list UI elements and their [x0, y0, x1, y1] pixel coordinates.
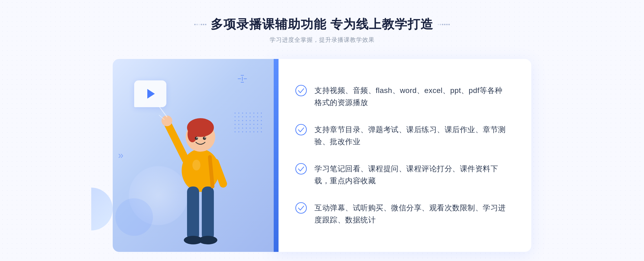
play-triangle-icon	[147, 89, 155, 99]
main-title: 多项录播课辅助功能 专为线上教学打造	[211, 16, 434, 33]
svg-line-17	[159, 106, 167, 117]
header-section: 多项录播课辅助功能 专为线上教学打造 学习进度全掌握，提升录播课教学效果	[194, 16, 450, 44]
svg-point-15	[204, 137, 206, 138]
feature-item-4: 互动弹幕、试听购买、微信分享、观看次数限制、学习进度跟踪、数据统计	[295, 197, 510, 232]
page-container: 多项录播课辅助功能 专为线上教学打造 学习进度全掌握，提升录播课教学效果	[0, 0, 644, 261]
svg-point-13	[203, 137, 206, 140]
check-icon-3	[295, 163, 307, 175]
check-icon-4	[295, 202, 307, 214]
feature-item-1: 支持视频、音频、flash、word、excel、ppt、pdf等各种格式的资源…	[295, 79, 510, 114]
content-section: » 支持视频、音频、flash、word、excel、ppt、pdf等各种格式的…	[113, 59, 531, 252]
deco-half-circle	[91, 188, 113, 230]
chevron-left-icon: »	[118, 151, 123, 160]
illustration-panel	[113, 59, 274, 252]
right-title-decoration	[438, 24, 450, 25]
subtitle: 学习进度全掌握，提升录播课教学效果	[194, 36, 450, 44]
content-panel: 支持视频、音频、flash、word、excel、ppt、pdf等各种格式的资源…	[274, 59, 531, 252]
svg-point-19	[296, 85, 306, 96]
title-row: 多项录播课辅助功能 专为线上教学打造	[194, 16, 450, 33]
deco-circle-medium	[115, 198, 153, 236]
svg-point-11	[192, 160, 200, 170]
blue-vertical-bar	[274, 59, 279, 252]
svg-point-3	[188, 126, 197, 142]
feature-text-3: 学习笔记回看、课程提问、课程评论打分、课件资料下载，重点内容收藏	[314, 163, 510, 187]
svg-rect-7	[187, 187, 199, 240]
svg-rect-8	[202, 187, 214, 240]
feature-item-3: 学习笔记回看、课程提问、课程评论打分、课件资料下载，重点内容收藏	[295, 158, 510, 192]
person-figure	[159, 95, 245, 252]
svg-point-12	[195, 137, 198, 140]
feature-text-4: 互动弹幕、试听购买、微信分享、观看次数限制、学习进度跟踪、数据统计	[314, 202, 510, 226]
svg-point-21	[296, 163, 306, 174]
check-icon-2	[295, 124, 307, 136]
svg-line-4	[167, 122, 186, 160]
feature-text-1: 支持视频、音频、flash、word、excel、ppt、pdf等各种格式的资源…	[314, 85, 510, 109]
svg-line-16	[210, 157, 213, 187]
check-icon-1	[295, 85, 307, 96]
sparkle-decoration	[238, 75, 247, 83]
feature-item-2: 支持章节目录、弹题考试、课后练习、课后作业、章节测验、批改作业	[295, 118, 510, 153]
svg-point-22	[296, 203, 306, 213]
svg-point-14	[196, 137, 197, 138]
feature-text-2: 支持章节目录、弹题考试、课后练习、课后作业、章节测验、批改作业	[314, 124, 510, 148]
left-title-decoration	[194, 24, 206, 25]
svg-point-20	[296, 124, 306, 135]
left-chevron-area: »	[118, 151, 123, 160]
svg-point-10	[199, 236, 217, 244]
